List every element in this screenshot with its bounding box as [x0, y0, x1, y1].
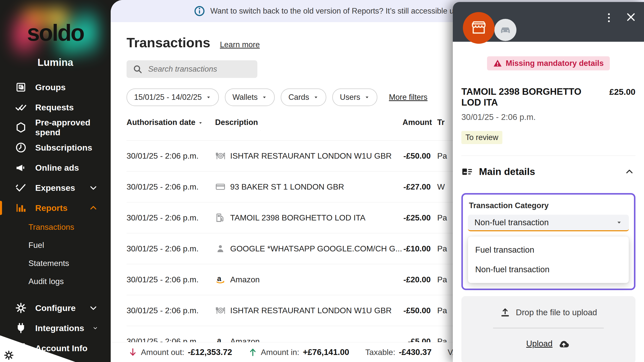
category-option-non-fuel-transaction[interactable]: Non-fuel transaction [468, 260, 629, 279]
upload-button[interactable]: Upload [461, 337, 635, 350]
filter-users[interactable]: Users [332, 88, 377, 106]
sidebar-item-reports[interactable]: Reports [0, 198, 111, 218]
cell-description: ISHTAR RESTAURANT LONDON W1U GBR [215, 305, 403, 316]
cell-date: 30/01/25 - 2:06 p.m. [127, 306, 215, 315]
transaction-category-highlight: Transaction Category Non-fuel transactio… [461, 193, 635, 290]
sidebar-item-label: Subscriptions [35, 143, 92, 153]
sidebar-item-label: Expenses [35, 183, 75, 193]
amazon-icon: a [215, 274, 226, 285]
sidebar-nav: GroupsRequestsPre-approved spendSubscrip… [0, 77, 111, 218]
chevron-down-icon [89, 184, 98, 192]
filter-label: Users [340, 93, 360, 102]
category-option-fuel-transaction[interactable]: Fuel transaction [468, 240, 629, 260]
sidebar-item-subscriptions[interactable]: Subscriptions [0, 138, 111, 158]
sidebar-item-integrations[interactable]: Integrations [0, 318, 111, 338]
amount-in-summary: Amount in: +£76,141.00 [248, 347, 349, 357]
car-avatar [494, 19, 516, 41]
cell-amount: -£27.00 [403, 182, 431, 192]
sidebar-subitem-fuel[interactable]: Fuel [0, 236, 111, 254]
merchant-avatar [463, 12, 495, 44]
cell-date: 30/01/25 - 2:06 p.m. [127, 213, 215, 222]
integrations-icon [15, 322, 27, 334]
date-range-filter[interactable]: 15/01/25 - 14/02/25 [127, 88, 219, 106]
search-input[interactable] [148, 64, 251, 74]
caret-down-icon [616, 219, 622, 226]
amount-in-label: Amount in: [261, 348, 299, 357]
cell-date: 30/01/25 - 2:06 p.m. [127, 151, 215, 161]
upload-label: Upload [526, 339, 553, 348]
cell-amount: -£20.00 [403, 275, 431, 284]
search-icon [133, 64, 143, 74]
clipped-row-icon [256, 130, 265, 135]
car-icon [499, 23, 512, 36]
sidebar-item-groups[interactable]: Groups [0, 77, 111, 97]
sidebar-item-configure[interactable]: Configure [0, 298, 111, 318]
chevron-up-icon[interactable] [625, 167, 634, 176]
arrow-down-icon [128, 348, 137, 357]
column-description[interactable]: Description [215, 118, 403, 127]
receipt-upload-zone[interactable]: Drop the file to upload Upload [461, 296, 635, 362]
transaction-datetime: 30/01/25 - 2:06 p.m. [461, 112, 635, 122]
cloud-upload-icon [557, 337, 571, 350]
chevron-down-icon [93, 324, 98, 332]
amount-in-value: +£76,141.00 [303, 347, 349, 357]
cell-amount: -£50.00 [403, 151, 431, 161]
category-select[interactable]: Non-fuel transaction [468, 215, 629, 231]
caret-down-icon [313, 95, 319, 100]
filter-label: Cards [288, 93, 309, 102]
amount-out-value: -£12,353.72 [188, 347, 232, 357]
cell-amount: -£10.00 [403, 244, 431, 253]
groups-icon [15, 81, 27, 93]
caret-down-icon [262, 95, 267, 100]
fuel-icon [215, 212, 226, 223]
sidebar-item-pre-approved-spend[interactable]: Pre-approved spend [0, 117, 111, 138]
search-box[interactable] [127, 60, 257, 78]
cell-date: 30/01/25 - 2:06 p.m. [127, 275, 215, 284]
person-icon [215, 243, 226, 254]
sidebar-item-expenses[interactable]: Expenses [0, 178, 111, 198]
configure-icon [15, 302, 27, 314]
sidebar-item-online-ads[interactable]: Online ads [0, 158, 111, 178]
divider [493, 328, 604, 328]
chevron-down-icon [89, 304, 98, 312]
reports-icon [15, 202, 27, 214]
merchant-text: ISHTAR RESTAURANT LONDON W1U GBR [230, 151, 392, 161]
sidebar-item-label: Reports [35, 203, 67, 213]
learn-more-link[interactable]: Learn more [220, 40, 260, 49]
main-details-section-header[interactable]: Main details [461, 166, 635, 177]
merchant-name: TAMOIL 2398 BORGHETTO LOD ITA [461, 86, 597, 108]
subscriptions-icon [15, 142, 27, 153]
logo-text: soldo [13, 20, 98, 46]
sidebar-subitem-statements[interactable]: Statements [0, 254, 111, 272]
merchant-text: TAMOIL 2398 BORGHETTO LOD ITA [230, 213, 366, 222]
sidebar-item-requests[interactable]: Requests [0, 97, 111, 117]
card-icon [215, 182, 226, 192]
category-selected-value: Non-fuel transaction [474, 218, 549, 227]
cell-date: 30/01/25 - 2:06 p.m. [127, 182, 215, 192]
sort-caret-icon [198, 120, 203, 125]
filter-wallets[interactable]: Wallets [225, 88, 275, 106]
kebab-menu-icon[interactable] [604, 12, 614, 23]
more-filters-link[interactable]: More filters [389, 93, 427, 102]
sidebar-subitem-audit-logs[interactable]: Audit logs [0, 272, 111, 290]
caret-down-icon [206, 95, 211, 100]
sidebar-subitem-transactions[interactable]: Transactions [0, 218, 111, 236]
transaction-amount: £25.00 [609, 86, 635, 97]
column-authorisation-date[interactable]: Authorisation date [127, 118, 215, 127]
divider [461, 156, 635, 156]
filter-cards[interactable]: Cards [281, 88, 326, 106]
main-details-icon [461, 166, 473, 177]
sidebar-item-label: Online ads [35, 163, 79, 173]
status-badge: To review [461, 131, 502, 144]
info-icon [194, 5, 205, 17]
cell-description: ISHTAR RESTAURANT LONDON W1U GBR [215, 151, 403, 161]
filter-label: 15/01/25 - 14/02/25 [134, 93, 202, 102]
upload-tray-icon [500, 307, 510, 318]
banner-text: Want to switch back to the old version o… [210, 7, 477, 16]
amount-out-label: Amount out: [141, 348, 184, 357]
soldo-logo: soldo [13, 9, 98, 56]
expenses-icon [15, 182, 27, 194]
close-icon[interactable] [625, 12, 636, 23]
column-amount[interactable]: Amount [403, 118, 431, 127]
caret-down-icon [364, 95, 370, 100]
